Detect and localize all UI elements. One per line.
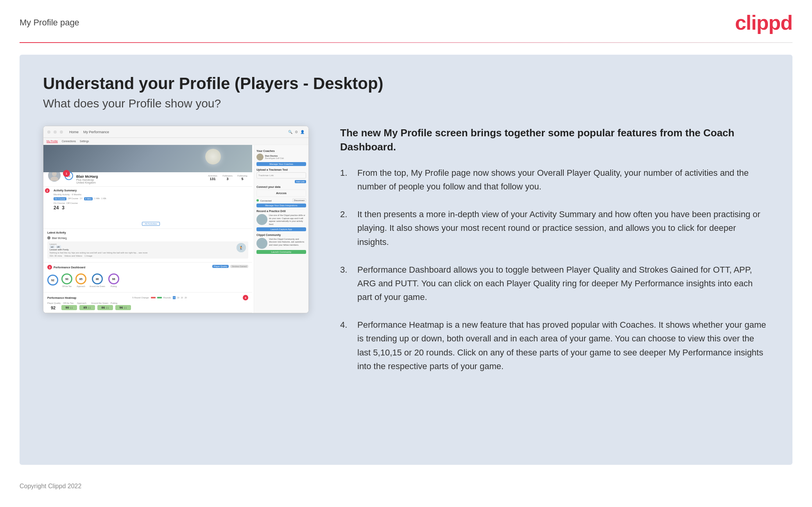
on-course-value: 24 xyxy=(54,205,59,211)
ring-around-green-circle: 86 xyxy=(92,273,103,284)
header-divider xyxy=(20,42,792,43)
connect-status-text: Connected xyxy=(260,200,272,202)
connected-dot xyxy=(256,199,259,202)
header: My Profile page clippd xyxy=(0,0,812,42)
heatmap-cell-putting[interactable]: 96 ↓↓ xyxy=(115,305,131,310)
manage-coaches-btn[interactable]: Manage Your Coaches xyxy=(256,162,306,166)
lesson-tags: act oth xyxy=(50,245,147,248)
feature-item-2: It then presents a more in-depth view of… xyxy=(340,207,769,249)
heatmap-values-row: 92 90 ↓↓ 85 ↓↓ 86 ↓↓ 96 ↓↓ xyxy=(47,305,248,310)
filter-6m[interactable]: 6 Mths xyxy=(84,197,93,200)
ring-off-tee[interactable]: 90 Off the Tee xyxy=(61,273,72,287)
page-title: My Profile page xyxy=(20,18,79,28)
content-col: The new My Profile screen brings togethe… xyxy=(340,126,769,387)
heatmap-cell-off-tee[interactable]: 90 ↓↓ xyxy=(61,305,77,310)
on-off-labels: On Course Off Course xyxy=(54,202,78,204)
ring-approach-label: Approach xyxy=(75,285,86,287)
launch-capture-btn[interactable]: Launch Capture App xyxy=(256,227,306,231)
search-icon[interactable]: 🔍 xyxy=(288,130,292,134)
drill-card: Use one of the Clippd practice drills or… xyxy=(256,214,306,226)
nav-my-performance[interactable]: My Performance xyxy=(83,130,109,134)
browser-dot-red xyxy=(47,130,50,134)
heatmap-header: Performance Heatmap 5 Round Change: Roun… xyxy=(47,295,248,300)
followers-stat: Followers 3 xyxy=(222,175,233,181)
heatmap-cell-approach[interactable]: 85 ↓↓ xyxy=(79,305,95,310)
subnav-connections[interactable]: Connections xyxy=(62,140,76,143)
community-description: Visit the Clippd Community and discover … xyxy=(269,238,306,249)
ring-putting[interactable]: 96 Putting xyxy=(108,273,119,287)
profile-country: United Kingdom xyxy=(76,181,204,184)
quality-badge: 1 92 xyxy=(65,171,73,180)
connect-section-label: Connect your data xyxy=(256,186,306,188)
filter-1w[interactable]: 1 Wk xyxy=(101,197,106,200)
trackman-placeholder: Trackman Link xyxy=(258,174,274,177)
activity-item-1: Blair McHarg xyxy=(47,236,248,240)
trackman-input[interactable]: Trackman Link xyxy=(256,172,306,179)
feature-list: From the top, My Profile page now shows … xyxy=(340,166,769,373)
manage-integrations-btn[interactable]: Manage Your Data Integrations xyxy=(256,204,306,207)
profile-handicap: Plus Handicap xyxy=(76,179,204,181)
lesson-description: Lesson with Fordy xyxy=(50,248,97,251)
ring-around-green[interactable]: 86 Around the Green xyxy=(90,273,105,287)
browser-frame: Home My Performance 🔍 ⚙ 👤 My Profile Con… xyxy=(43,126,309,313)
feature-text-1: From the top, My Profile page now shows … xyxy=(357,166,769,193)
toggle-strokes-gained[interactable]: Strokes Gained xyxy=(230,265,248,268)
heatmap-section: Performance Heatmap 5 Round Change: Roun… xyxy=(43,293,252,313)
heatmap-main-value: 92 xyxy=(47,305,59,310)
trackman-add-btn[interactable]: Add Link xyxy=(295,180,306,183)
mockup-right-panel: Your Coaches Dan Davies Barnehgate Golf … xyxy=(254,145,308,313)
ring-overall[interactable]: 92 xyxy=(47,275,58,286)
copyright: Copyright Clippd 2022 xyxy=(20,483,81,489)
heatmap-20[interactable]: 20 xyxy=(185,296,187,299)
lesson-card[interactable]: Lesson act oth Lesson with Fordy Nothing… xyxy=(47,241,248,259)
heatmap-15[interactable]: 15 xyxy=(181,296,183,299)
lesson-meta-text: Nothing to feel like my hips are exiting… xyxy=(50,252,147,254)
heatmap-col-player-quality: Player Quality xyxy=(47,302,61,304)
launch-community-btn[interactable]: Launch Community xyxy=(256,250,306,254)
coach-info: Dan Davies Barnehgate Golf Club xyxy=(265,155,284,159)
subnav-my-profile[interactable]: My Profile xyxy=(47,140,58,143)
heatmap-controls: 5 Round Change: Rounds: 5 10 15 20 xyxy=(133,296,187,299)
ring-approach[interactable]: 85 Approach xyxy=(75,273,86,287)
heatmap-5[interactable]: 5 xyxy=(173,296,176,299)
drill-section-label: Record a Practice Drill xyxy=(256,210,306,212)
all-activities-btn[interactable]: All Activities xyxy=(54,219,248,226)
tag-1: act xyxy=(50,245,55,248)
main-content: Understand your Profile (Players - Deskt… xyxy=(20,55,792,465)
heatmap-col-around: Around the Green xyxy=(91,302,108,304)
following-stat: Following 5 xyxy=(237,175,248,181)
user-icon[interactable]: 👤 xyxy=(300,130,305,134)
profile-name: Blair McHarg xyxy=(76,175,204,179)
toggle-player-quality[interactable]: Player Quality xyxy=(212,265,229,268)
profile-info-row: 1 92 Blair McHarg Plus Handicap United K… xyxy=(43,172,252,187)
heatmap-10[interactable]: 10 xyxy=(177,296,179,299)
coach-avatar xyxy=(256,154,263,161)
mockup-left: 1 92 Blair McHarg Plus Handicap United K… xyxy=(43,145,254,313)
feature-text-4: Performance Heatmap is a new feature tha… xyxy=(357,318,769,373)
heatmap-labels: Player Quality Off the Tee Approach Arou… xyxy=(47,302,248,304)
subnav-settings[interactable]: Settings xyxy=(80,140,89,143)
activity-title: Activity Summary xyxy=(54,189,248,192)
connect-status-row: Connected Disconnect xyxy=(256,198,306,202)
connect-status: Connected xyxy=(256,199,272,202)
lesson-videos: Videos and Videos xyxy=(65,255,82,257)
lesson-images: 1 Image xyxy=(84,255,92,257)
nav-home[interactable]: Home xyxy=(69,130,79,134)
filter-1m[interactable]: 1 Mth xyxy=(94,197,100,200)
filter-row: On Course Off Course 1Y 6 Mths 1 Mth 1 W… xyxy=(54,197,248,200)
browser-nav: Home My Performance xyxy=(69,130,109,134)
settings-icon[interactable]: ⚙ xyxy=(295,130,298,134)
heatmap-cell-around[interactable]: 86 ↓↓ xyxy=(97,305,113,310)
activities-value: 131 xyxy=(207,177,219,181)
page-heading: Understand your Profile (Players - Deskt… xyxy=(43,74,769,93)
filter-1y[interactable]: 1Y xyxy=(80,197,82,200)
heatmap-indicator-green xyxy=(157,297,162,298)
badge-number-1: 1 xyxy=(63,170,70,177)
filter-off-course[interactable]: Off Course xyxy=(68,197,79,200)
disconnect-btn[interactable]: Disconnect xyxy=(292,198,306,202)
lesson-duration: 01h: 30 mins xyxy=(50,255,62,257)
following-value: 5 xyxy=(237,177,248,181)
drill-description: Use one of the Clippd practice drills or… xyxy=(269,214,306,226)
filter-on-course[interactable]: On Course xyxy=(54,197,66,200)
heatmap-rounds-label: Rounds: xyxy=(163,296,172,299)
